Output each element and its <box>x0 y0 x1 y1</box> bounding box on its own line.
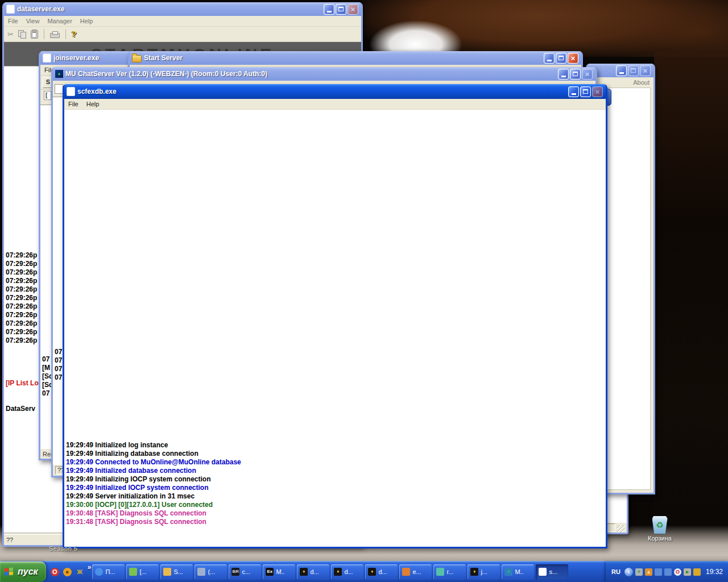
desktop: { "desktop": { "season_label": "Season 5… <box>0 0 728 582</box>
close-button[interactable]: × <box>582 69 593 80</box>
taskbar-button-bracket[interactable]: [... <box>126 564 159 580</box>
log-line: 07:29:26p <box>6 260 39 268</box>
log-line: 07:29:26p <box>6 285 39 294</box>
toolbar-separator <box>44 29 44 39</box>
taskbar-button-mu-4[interactable]: ♦ j... <box>468 564 500 580</box>
taskbar-button-scfexdb[interactable]: s... <box>536 564 568 580</box>
taskbar-button-mu-3[interactable]: ♦ d... <box>365 564 398 580</box>
minimize-button[interactable] <box>324 4 334 15</box>
taskbar-button-icon <box>129 568 137 576</box>
chatserver-titlebar[interactable]: ♦ MU ChatServer Ver (1.2.0) (-WEBZEN-) (… <box>53 67 595 81</box>
help-icon[interactable]: ? <box>72 30 77 38</box>
tray-chevron-icon[interactable]: ‹ <box>624 568 633 576</box>
taskbar-button-chatserver[interactable]: ♦ M.. <box>502 564 534 580</box>
maximize-button[interactable] <box>556 53 566 64</box>
scfexdb-menubar: FileHelp <box>64 99 606 110</box>
resize-grip[interactable] <box>617 525 624 533</box>
tray-database-icon[interactable]: ▸ <box>684 568 691 576</box>
taskbar: пуск O●Ж » П... [... S... (... BR c... E… <box>0 562 728 582</box>
taskbar-clock[interactable]: 19:32 <box>706 568 723 576</box>
start-button-label: пуск <box>18 567 38 577</box>
close-button[interactable]: × <box>592 86 603 97</box>
taskbar-button-br[interactable]: BR c... <box>229 564 261 580</box>
taskbar-button-icon <box>402 568 410 576</box>
taskbar-button-label: M.. <box>515 568 523 575</box>
language-indicator[interactable]: RU <box>611 568 621 575</box>
taskbar-button-teal[interactable]: r... <box>433 564 466 580</box>
minimize-button[interactable] <box>568 86 579 97</box>
tray-icons: +▲O▸ <box>635 568 701 576</box>
app-icon <box>43 53 51 63</box>
about-window-titlebar[interactable]: × <box>588 64 653 77</box>
tray-trash-icon[interactable]: + <box>635 568 643 576</box>
minimize-button[interactable] <box>616 65 627 76</box>
quick-launch: O●Ж <box>46 568 89 576</box>
scfexdb-titlebar[interactable]: scfexdb.exe × <box>64 84 606 99</box>
minimize-button[interactable] <box>544 53 555 64</box>
menu-item[interactable]: Help <box>86 101 100 107</box>
msn-butterfly-icon[interactable]: Ж <box>76 568 84 576</box>
maximize-button[interactable] <box>580 86 591 97</box>
log-line: 07:29:26p <box>6 319 39 328</box>
tray-opera-icon[interactable]: O <box>674 568 681 576</box>
dataserver-titlebar[interactable]: dataserver.exe × <box>4 2 361 16</box>
shield-orange-icon[interactable]: ● <box>63 568 72 576</box>
wallpaper-dog-fur-top <box>362 0 728 57</box>
opera-icon[interactable]: O <box>51 568 59 576</box>
start-server-titlebar[interactable]: Start Server × <box>130 51 581 65</box>
menu-item[interactable]: Manager <box>47 18 72 24</box>
taskbar-button-label: r... <box>446 568 453 575</box>
chatserver-sprite-icon: ♦ <box>55 70 63 78</box>
log-line-ip-list: [IP List Lo <box>6 379 39 388</box>
close-button[interactable]: × <box>640 65 651 76</box>
log-line: 07:29:26p <box>6 302 39 311</box>
maximize-button[interactable] <box>336 4 346 15</box>
taskbar-button-paren[interactable]: (... <box>195 564 227 580</box>
maximize-button[interactable] <box>570 69 581 80</box>
start-button[interactable]: пуск <box>0 562 46 582</box>
menu-item[interactable]: File <box>68 101 78 107</box>
close-button[interactable]: × <box>568 53 578 64</box>
recycle-bin-label: Корзина <box>642 535 678 542</box>
menu-item[interactable]: View <box>26 18 40 24</box>
taskbar-button-ex[interactable]: Ex M.. <box>263 564 295 580</box>
log-line: 07:29:26p <box>6 311 39 319</box>
taskbar-button-opera-page[interactable]: П... <box>92 564 125 580</box>
dataserver-menubar: FileViewManagerHelp <box>4 16 361 27</box>
taskbar-button-label: e... <box>412 568 421 575</box>
taskbar-button-label: c... <box>242 568 250 575</box>
log-line: 19:29:49 Initialized log instance <box>66 441 241 450</box>
log-line: 07:29:26p <box>6 268 39 277</box>
log-line: 19:29:49 Initialized database connection <box>66 467 241 475</box>
cut-icon[interactable]: ✂ <box>7 31 14 38</box>
paste-icon[interactable] <box>31 30 38 39</box>
taskbar-button-icon: ♦ <box>334 568 342 576</box>
menu-item[interactable]: Help <box>80 18 93 24</box>
print-icon[interactable] <box>50 33 60 38</box>
status-text: ?? <box>6 537 13 543</box>
log-line: 07:29:26p <box>6 251 39 260</box>
menu-item[interactable]: File <box>8 18 18 24</box>
copy-icon[interactable] <box>18 30 26 38</box>
menu-item-about[interactable]: About <box>633 79 650 86</box>
minimize-button[interactable] <box>558 69 569 80</box>
log-line: 19:31:48 [TASK] Diagnosis SQL connection <box>66 518 241 526</box>
close-button[interactable]: × <box>348 4 358 15</box>
window-scfexdb: scfexdb.exe × FileHelp 19:29:49 Initiali… <box>63 84 607 548</box>
maximize-button[interactable] <box>628 65 639 76</box>
taskbar-button-label: s... <box>549 568 557 575</box>
taskbar-button-label: [... <box>139 568 146 575</box>
toolbar-fragment <box>55 84 63 94</box>
tray-network-icon[interactable] <box>655 568 662 576</box>
recycle-bin-icon[interactable]: ♻ <box>652 516 668 534</box>
tray-network2-icon[interactable] <box>664 568 672 576</box>
taskbar-button-orange[interactable]: e... <box>399 564 432 580</box>
taskbar-button-folder[interactable]: S... <box>160 564 193 580</box>
taskbar-button-mu-1[interactable]: ♦ d... <box>297 564 329 580</box>
quick-launch-overflow-chevron[interactable]: » <box>88 562 92 571</box>
tray-keys-icon[interactable] <box>693 568 701 576</box>
taskbar-button-mu-2[interactable]: ♦ d... <box>331 564 363 580</box>
recycle-bin[interactable]: ♻ Корзина <box>642 516 678 542</box>
tray-home-icon[interactable]: ▲ <box>645 568 652 576</box>
windows-flag-icon <box>5 567 14 576</box>
